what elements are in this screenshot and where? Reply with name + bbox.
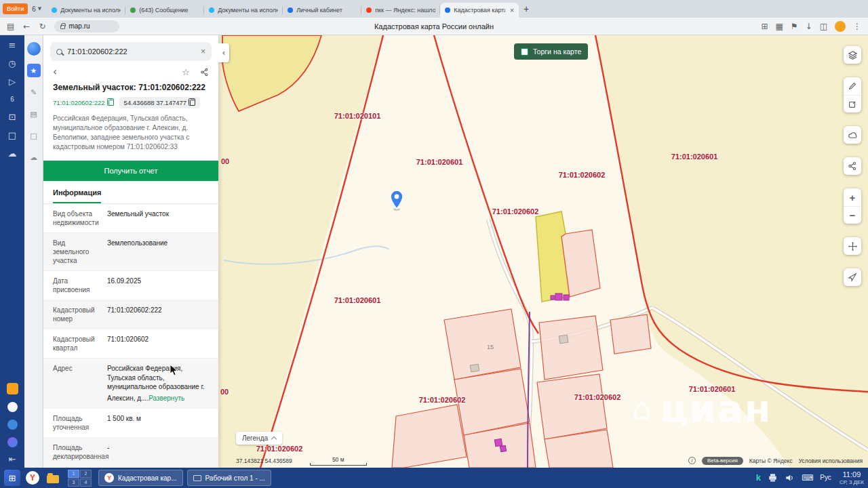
browser-tab[interactable]: (643) Сообщение — [125, 3, 204, 18]
info-row-value: 16.09.2025 — [104, 271, 218, 300]
my-location-icon[interactable] — [844, 268, 861, 286]
profile-avatar[interactable] — [835, 21, 846, 32]
taskbar-browser-icon[interactable]: Y — [24, 470, 41, 486]
info-row: Кадастровый квартал71:01:020602 — [43, 329, 218, 359]
tab-favicon — [52, 7, 57, 13]
tab-close-icon[interactable]: × — [509, 6, 514, 14]
back-icon[interactable]: ← — [23, 22, 30, 30]
widgets-icon[interactable]: □ — [8, 131, 16, 140]
layers-cloud-icon[interactable]: ☁ — [27, 150, 41, 164]
tab-label: пкк — Яндекс: нашлось — [375, 7, 435, 14]
start-menu-button[interactable]: ⊞ — [4, 470, 20, 486]
keyboard-icon[interactable]: ⌨ — [802, 474, 813, 482]
task-button-browser[interactable]: Y Кадастровая кар... — [98, 470, 183, 486]
sidebar-toggle-icon[interactable]: ▤ — [7, 22, 14, 30]
legend-button[interactable]: Легенда — [236, 432, 282, 445]
printer-icon[interactable] — [768, 473, 778, 483]
favorites-tool-icon[interactable]: ★ — [27, 64, 41, 77]
reload-icon[interactable]: ↻ — [39, 22, 45, 30]
downloads-icon[interactable]: ↓ — [806, 22, 812, 30]
tabs-count-icon[interactable]: 6 — [10, 96, 14, 103]
copy-icon[interactable] — [108, 100, 114, 106]
browser-tab[interactable]: Кадастровая карта Рос× — [440, 3, 519, 18]
task-button-desktop[interactable]: Рабочий стол 1 - ... — [187, 470, 271, 486]
info-row: АдресРоссийская Федерация, Тульская обла… — [43, 359, 218, 409]
browser-tab[interactable]: Личный кабинет — [283, 3, 361, 18]
back-chevron-icon[interactable]: ‹ — [53, 67, 57, 77]
coordinates-chip[interactable]: 54.436688 37.147477 — [119, 97, 200, 108]
clear-search-icon[interactable]: × — [201, 47, 205, 56]
map-canvas[interactable] — [218, 35, 868, 468]
workspace-2[interactable]: 2 — [80, 470, 92, 478]
info-row-label: Дата присвоения — [43, 271, 104, 300]
alice-icon[interactable] — [7, 437, 18, 447]
edit-area-icon[interactable] — [844, 95, 861, 113]
info-row-value: 71:01:020602:222 — [104, 300, 218, 329]
tab-favicon — [288, 7, 293, 13]
pan-icon[interactable] — [844, 237, 861, 255]
menu-icon[interactable]: ≡ — [9, 41, 16, 49]
tab-counter[interactable]: 6 ▼ — [32, 5, 41, 13]
collections-icon[interactable]: ▦ — [775, 22, 783, 30]
messenger-icon[interactable] — [7, 420, 18, 430]
zoom-in-button[interactable]: + — [844, 188, 861, 206]
cloud-icon[interactable]: ☁ — [8, 149, 17, 158]
torgi-checkbox[interactable] — [521, 48, 528, 56]
yandex-services-icon[interactable] — [7, 383, 18, 394]
address-text: map.ru — [68, 22, 90, 30]
share-icon[interactable] — [200, 68, 209, 77]
pencil-icon[interactable] — [844, 77, 861, 95]
screenshot-icon[interactable]: ⊡ — [9, 113, 16, 121]
get-report-button[interactable]: Получить отчет — [43, 161, 218, 181]
volume-icon[interactable] — [785, 473, 795, 483]
browser-tab[interactable]: Документы на исполнен — [204, 3, 283, 18]
browser-tab[interactable]: пкк — Яндекс: нашлось — [361, 3, 440, 18]
services-grid-icon[interactable]: ⊞ — [761, 22, 768, 30]
zoom-out-button[interactable]: − — [844, 206, 861, 224]
task-label: Кадастровая кар... — [118, 474, 177, 482]
layers-icon[interactable] — [844, 46, 861, 64]
workspace-switcher[interactable]: 1 2 3 4 — [68, 470, 92, 487]
upload-cloud-icon[interactable] — [844, 126, 861, 144]
history-icon[interactable]: ◷ — [8, 59, 16, 68]
info-row: Вид объекта недвижимостиЗемельный участо… — [43, 204, 218, 233]
workspace-4[interactable]: 4 — [80, 479, 92, 487]
favorite-star-icon[interactable]: ☆ — [182, 68, 190, 77]
menu-dots-icon[interactable]: ⋮ — [853, 22, 861, 30]
tab-information[interactable]: Информация — [43, 181, 218, 204]
app-icon[interactable] — [7, 402, 18, 412]
search-box[interactable]: × — [50, 42, 212, 61]
share-map-icon[interactable] — [844, 157, 861, 175]
browser-tab[interactable]: Документы на исполнен — [47, 3, 125, 18]
video-icon[interactable]: ▷ — [9, 77, 16, 86]
selection-tool-icon[interactable]: □ — [27, 129, 41, 142]
info-icon[interactable]: i — [688, 457, 696, 464]
browser-tabs: Документы на исполнен(643) СообщениеДоку… — [47, 0, 519, 18]
measure-tool-icon[interactable]: ✎ — [27, 85, 41, 99]
cadastral-number-chip[interactable]: 71:01:020602:222 — [53, 99, 114, 106]
new-tab-button[interactable]: + — [519, 1, 534, 16]
torgi-toggle[interactable]: Торги на карте — [514, 43, 588, 60]
info-row: Площадь декларированная- — [43, 438, 218, 467]
address-bar[interactable]: map.ru — [54, 20, 119, 33]
chevron-up-icon — [271, 436, 277, 442]
collapse-panel-icon[interactable]: ⇤ — [9, 455, 16, 464]
workspace-1[interactable]: 1 — [68, 470, 79, 478]
language-indicator[interactable]: Рус — [820, 474, 831, 481]
taskbar-files-icon[interactable] — [45, 470, 61, 486]
object-info-panel: × ‹ ☆ Земельный участок: 71:01:020602:22… — [43, 35, 218, 468]
copy-icon[interactable] — [190, 100, 195, 106]
tab-information-label: Информация — [53, 188, 101, 203]
cadastral-map[interactable]: 71:01:02010171:01:02060171:01:02060271:0… — [218, 35, 868, 468]
collapse-panel-button[interactable]: ‹ — [218, 43, 229, 62]
tray-k-icon[interactable]: k — [756, 472, 761, 483]
browser-login-button[interactable]: Войти — [3, 3, 28, 14]
clock[interactable]: 11:09 СР, 3 ДЕК — [840, 470, 864, 485]
extensions-icon[interactable]: ◫ — [820, 22, 827, 30]
expand-address-link[interactable]: Развернуть — [149, 394, 184, 403]
bookmark-icon[interactable]: ⚑ — [791, 22, 798, 30]
terms-link[interactable]: Условия использования — [799, 458, 863, 464]
objects-tool-icon[interactable]: ▤ — [27, 107, 41, 121]
workspace-3[interactable]: 3 — [68, 479, 79, 487]
search-input[interactable] — [67, 47, 196, 56]
